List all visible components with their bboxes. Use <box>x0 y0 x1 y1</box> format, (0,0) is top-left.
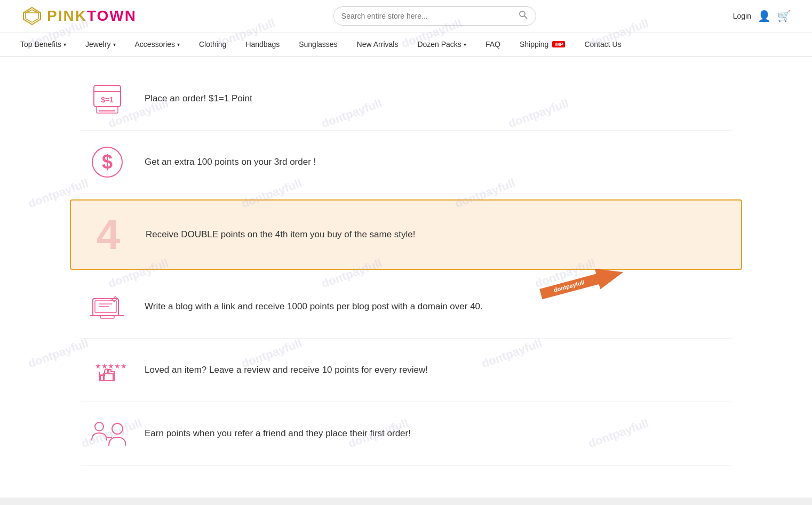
benefit-text-order: Place an order! $1=1 Point <box>134 92 731 106</box>
svg-point-27 <box>95 422 104 431</box>
search-input[interactable] <box>341 12 519 20</box>
benefit-icon-dollar: $ <box>81 143 134 181</box>
review-icon: ★★★★★ <box>89 351 126 389</box>
nav-item-handbags[interactable]: Handbags <box>236 33 289 56</box>
benefit-text-third-order: Get an extra 100 points on your 3rd orde… <box>134 155 731 169</box>
referral-icon: → <box>89 415 126 452</box>
logo-diamond-icon <box>21 5 43 27</box>
benefit-icon-review: ★★★★★ <box>81 351 134 389</box>
nav-item-jewelry[interactable]: Jewelry <box>76 33 125 56</box>
svg-point-5 <box>520 11 525 17</box>
benefit-text-referral: Earn points when you refer a friend and … <box>134 427 731 440</box>
svg-text:→: → <box>105 105 110 110</box>
logo-text: PINKTOWN <box>47 7 137 25</box>
benefit-icon-blog <box>81 288 134 325</box>
nav-item-top-benefits[interactable]: Top Benefits <box>11 33 76 56</box>
benefit-row-third-order: $ Get an extra 100 points on your 3rd or… <box>81 131 731 194</box>
nav-item-faq[interactable]: FAQ <box>476 33 510 56</box>
nav-item-dozen-packs[interactable]: Dozen Packs <box>408 33 475 56</box>
svg-text:$: $ <box>102 151 113 173</box>
nav-item-accessories[interactable]: Accessories <box>125 33 189 56</box>
ways-to-spend-section: Ways to Spend <box>0 498 812 505</box>
search-button[interactable] <box>519 10 528 22</box>
header-actions: Login 👤 🛒 <box>733 10 791 22</box>
main-nav: Top Benefits Jewelry Accessories Clothin… <box>0 33 812 57</box>
benefit-row-order: $=1 → Place an order! $1=1 Point <box>81 67 731 131</box>
benefit-text-blog: Write a blog with a link and receive 100… <box>134 300 731 314</box>
nav-item-clothing[interactable]: Clothing <box>189 33 236 56</box>
search-bar[interactable] <box>333 6 536 26</box>
logo[interactable]: PINKTOWN <box>21 5 137 27</box>
login-link[interactable]: Login <box>733 12 751 20</box>
benefit-icon-referral: → <box>81 415 134 452</box>
cart-icon[interactable]: 🛒 <box>777 10 791 22</box>
search-icon <box>519 10 528 20</box>
benefit-text-double-points: Receive DOUBLE points on the 4th item yo… <box>135 228 730 242</box>
benefit-text-review: Loved an item? Leave a review and receiv… <box>134 363 731 377</box>
nav-item-shipping[interactable]: Shipping IMP <box>510 33 575 56</box>
svg-text:★★★★★: ★★★★★ <box>95 362 126 370</box>
benefit-row-review: ★★★★★ Loved an item? Leave a review and … <box>81 339 731 402</box>
dollar-icon: $ <box>89 143 126 181</box>
svg-point-30 <box>112 423 123 434</box>
benefit-row-referral: → Earn points when you refer a friend an… <box>81 402 731 466</box>
benefit-icon-order: $=1 → <box>81 80 134 117</box>
nav-item-sunglasses[interactable]: Sunglasses <box>289 33 347 56</box>
svg-rect-20 <box>100 316 114 318</box>
blog-icon <box>89 288 126 325</box>
user-icon[interactable]: 👤 <box>758 10 771 22</box>
benefit-icon-number4: 4 <box>82 213 135 256</box>
shipping-badge: IMP <box>552 41 565 47</box>
nav-item-new-arrivals[interactable]: New Arrivals <box>347 33 408 56</box>
benefit-row-double-points: 4 Receive DOUBLE points on the 4th item … <box>70 199 742 270</box>
site-header: PINKTOWN Login 👤 🛒 <box>0 0 812 33</box>
benefit-row-blog: Write a blog with a link and receive 100… <box>81 275 731 339</box>
nav-item-contact-us[interactable]: Contact Us <box>575 33 631 56</box>
svg-text:$=1: $=1 <box>101 95 114 104</box>
svg-line-6 <box>524 16 527 19</box>
order-icon: $=1 → <box>89 80 126 117</box>
main-content: $=1 → Place an order! $1=1 Point $ Get a… <box>59 57 753 476</box>
